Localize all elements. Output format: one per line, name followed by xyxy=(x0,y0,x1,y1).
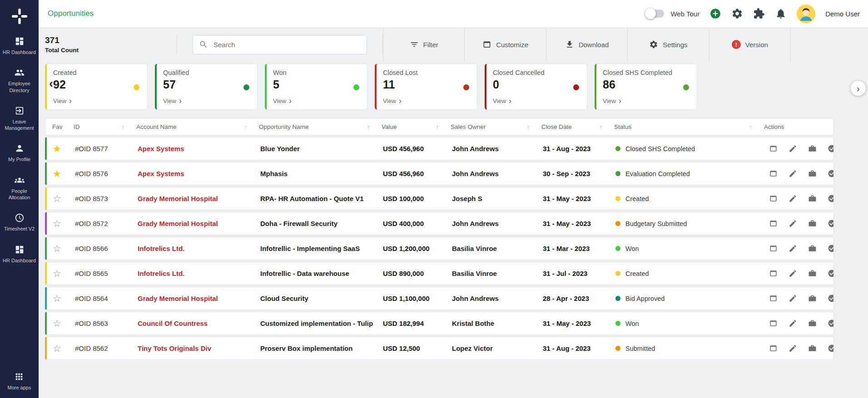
edit-icon[interactable] xyxy=(789,169,797,178)
sidebar-item-hr-dashboard[interactable]: HR Dashboard xyxy=(0,36,39,55)
account-name-link[interactable]: Apex Systems xyxy=(138,145,260,152)
account-name-link[interactable]: Grady Memorial Hospital xyxy=(138,220,260,227)
open-record-icon[interactable] xyxy=(769,169,778,178)
favorite-star-icon[interactable]: ☆ xyxy=(53,319,61,328)
account-name-link[interactable]: Tiny Tots Originals Div xyxy=(138,344,260,352)
account-name-link[interactable]: Grady Memorial Hospital xyxy=(138,295,260,302)
account-name-link[interactable]: Infotrelics Ltd. xyxy=(138,270,260,277)
open-record-icon[interactable] xyxy=(769,269,778,278)
search-input[interactable] xyxy=(213,40,361,49)
complete-check-icon[interactable] xyxy=(828,144,833,153)
complete-check-icon[interactable] xyxy=(828,219,833,228)
open-record-icon[interactable] xyxy=(769,294,778,303)
add-icon[interactable] xyxy=(709,8,721,20)
sort-icon[interactable]: ↑ xyxy=(436,123,439,130)
briefcase-icon[interactable] xyxy=(808,219,817,228)
col-header-id[interactable]: ID↑ xyxy=(74,123,136,130)
col-header-sales-owner[interactable]: Sales Owner↑ xyxy=(451,123,541,130)
favorite-star-icon[interactable]: ★ xyxy=(53,144,61,153)
col-header-close-date[interactable]: Close Date↑ xyxy=(541,123,614,130)
app-logo-icon[interactable] xyxy=(11,8,28,25)
status-card-won[interactable]: Won 5 View› xyxy=(265,64,367,110)
complete-check-icon[interactable] xyxy=(828,319,833,328)
open-record-icon[interactable] xyxy=(769,194,778,203)
carousel-prev-icon[interactable]: ‹ xyxy=(49,78,53,90)
sidebar-item-leave-management[interactable]: Leave Management xyxy=(0,106,39,132)
filter-button[interactable]: Filter xyxy=(383,28,464,61)
briefcase-icon[interactable] xyxy=(808,344,817,353)
table-row[interactable]: ★ #OID 8577 Apex Systems Blue Yonder USD… xyxy=(45,137,834,160)
sidebar-item-hr-dashboard-2[interactable]: HR Dashboard xyxy=(0,245,39,264)
complete-check-icon[interactable] xyxy=(828,269,833,278)
table-row[interactable]: ☆ #OID 8565 Infotrelics Ltd. Infotrellic… xyxy=(45,262,834,285)
favorite-star-icon[interactable]: ☆ xyxy=(53,269,61,278)
favorite-star-icon[interactable]: ★ xyxy=(53,169,61,178)
account-name-link[interactable]: Infotrelics Ltd. xyxy=(138,245,260,252)
user-name[interactable]: Demo User xyxy=(825,10,860,18)
card-view-link[interactable]: View› xyxy=(273,98,361,104)
status-card-closed-lost[interactable]: Closed Lost 11 View› xyxy=(375,64,477,110)
account-name-link[interactable]: Grady Memorial Hospital xyxy=(138,195,260,202)
sort-icon[interactable]: ↑ xyxy=(244,123,248,130)
sidebar-item-timesheet-v2[interactable]: Timesheet V2 xyxy=(0,213,39,232)
settings-button[interactable]: Settings xyxy=(627,28,709,61)
edit-icon[interactable] xyxy=(789,244,797,253)
status-card-closed-cancelled[interactable]: Closed Cancelled 0 View› xyxy=(485,64,587,110)
card-view-link[interactable]: View› xyxy=(603,98,690,104)
edit-icon[interactable] xyxy=(789,144,797,153)
briefcase-icon[interactable] xyxy=(808,169,817,178)
account-name-link[interactable]: Apex Systems xyxy=(138,170,260,177)
card-view-link[interactable]: View› xyxy=(53,98,141,104)
settings-gear-icon[interactable] xyxy=(731,8,743,20)
col-header-opportunity-name[interactable]: Opportunity Name↑ xyxy=(259,123,382,130)
edit-icon[interactable] xyxy=(789,294,797,303)
complete-check-icon[interactable] xyxy=(828,194,833,203)
edit-icon[interactable] xyxy=(789,269,797,278)
table-row[interactable]: ☆ #OID 8563 Council Of Countress Customi… xyxy=(45,312,834,335)
table-row[interactable]: ☆ #OID 8564 Grady Memorial Hospital Clou… xyxy=(45,287,834,310)
sidebar-item-people-allocation[interactable]: People Allocation xyxy=(0,175,39,201)
favorite-star-icon[interactable]: ☆ xyxy=(53,194,61,203)
search-box[interactable] xyxy=(193,35,367,54)
complete-check-icon[interactable] xyxy=(828,344,833,353)
favorite-star-icon[interactable]: ☆ xyxy=(53,244,61,253)
briefcase-icon[interactable] xyxy=(808,144,817,153)
status-card-qualified[interactable]: Qualified 57 View› xyxy=(155,64,258,110)
card-view-link[interactable]: View› xyxy=(163,98,251,104)
customize-button[interactable]: Customize xyxy=(464,28,546,61)
sort-icon[interactable]: ↑ xyxy=(367,123,370,130)
sort-icon[interactable]: ↑ xyxy=(749,123,753,130)
open-record-icon[interactable] xyxy=(769,244,778,253)
sidebar-item-employee-directory[interactable]: Employee Directory xyxy=(0,68,39,93)
col-header-status[interactable]: Status↑ xyxy=(614,123,764,130)
sort-icon[interactable]: ↑ xyxy=(122,123,125,130)
download-button[interactable]: Download xyxy=(546,28,627,61)
favorite-star-icon[interactable]: ☆ xyxy=(53,219,61,228)
edit-icon[interactable] xyxy=(789,344,797,353)
briefcase-icon[interactable] xyxy=(808,244,817,253)
open-record-icon[interactable] xyxy=(769,344,778,353)
complete-check-icon[interactable] xyxy=(828,169,833,178)
edit-icon[interactable] xyxy=(789,194,797,203)
notifications-bell-icon[interactable] xyxy=(775,8,787,20)
carousel-next-button[interactable]: › xyxy=(851,81,866,96)
briefcase-icon[interactable] xyxy=(808,294,817,303)
status-card-created[interactable]: Created 92 View› xyxy=(45,64,148,110)
card-view-link[interactable]: View› xyxy=(493,98,580,104)
version-button[interactable]: ! Version xyxy=(709,28,791,61)
sort-icon[interactable]: ↑ xyxy=(600,123,603,130)
complete-check-icon[interactable] xyxy=(828,294,833,303)
table-row[interactable]: ☆ #OID 8573 Grady Memorial Hospital RPA-… xyxy=(45,187,834,210)
table-row[interactable]: ☆ #OID 8572 Grady Memorial Hospital Doha… xyxy=(45,212,834,235)
open-record-icon[interactable] xyxy=(769,144,778,153)
edit-icon[interactable] xyxy=(789,319,797,328)
apps-puzzle-icon[interactable] xyxy=(753,8,765,20)
favorite-star-icon[interactable]: ☆ xyxy=(53,294,61,303)
favorite-star-icon[interactable]: ☆ xyxy=(53,344,61,353)
sort-icon[interactable]: ↑ xyxy=(527,123,530,130)
user-avatar[interactable] xyxy=(797,5,815,23)
table-row[interactable]: ☆ #OID 8562 Tiny Tots Originals Div Pros… xyxy=(45,337,834,360)
card-view-link[interactable]: View› xyxy=(383,98,471,104)
open-record-icon[interactable] xyxy=(769,219,778,228)
status-card-closed-shs-completed[interactable]: Closed SHS Completed 86 View› xyxy=(595,64,697,110)
